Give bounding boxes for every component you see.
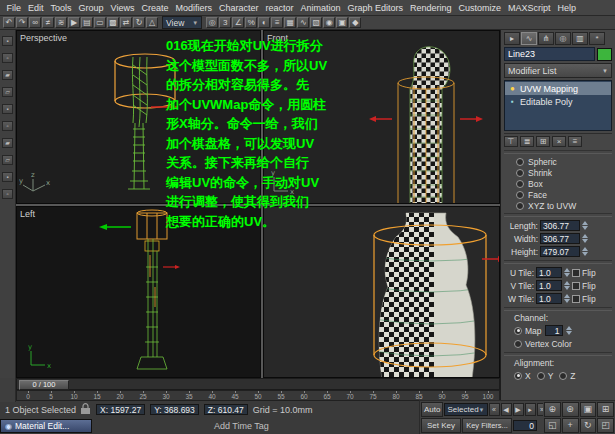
side-tool-icon[interactable]: ▱ [2, 155, 13, 165]
spinner-control[interactable] [582, 221, 588, 230]
side-tool-icon[interactable]: ▪ [2, 172, 13, 182]
pan-icon[interactable]: + [562, 418, 579, 433]
pin-stack-icon[interactable]: ⊤ [504, 136, 518, 147]
zoom-extents-all-icon[interactable]: ⊞ [597, 402, 614, 417]
zoom-extents-icon[interactable]: ▣ [580, 402, 597, 417]
modifier-bulb-icon[interactable]: ● [508, 84, 517, 93]
spinner-control[interactable] [564, 281, 570, 290]
arc-rotate-icon[interactable]: ↻ [580, 418, 597, 433]
viewport-label-perspective[interactable]: Perspective [20, 33, 67, 43]
side-tool-icon[interactable]: ▰ [2, 138, 13, 148]
make-unique-icon[interactable]: ⊞ [536, 136, 550, 147]
zoom-all-icon[interactable]: ⊛ [562, 402, 579, 417]
modify-tab[interactable]: ∿ [521, 32, 537, 45]
zoom-icon[interactable]: ⊕ [544, 402, 561, 417]
remove-modifier-icon[interactable]: × [552, 136, 566, 147]
side-tool-icon[interactable]: ▫ [2, 53, 13, 63]
align-icon[interactable]: ≡ [271, 17, 283, 28]
coordinate-z-field[interactable]: Z: 610.47 [204, 404, 248, 415]
key-mode-dropdown[interactable]: Selected ▼ [444, 403, 487, 416]
spinner-control[interactable] [564, 268, 570, 277]
modifier-stack-item[interactable]: ▪Editable Poly [505, 95, 611, 108]
flip-checkbox[interactable] [572, 295, 580, 303]
viewport-left[interactable]: Left [16, 206, 261, 378]
menu-animation[interactable]: Animation [297, 3, 344, 13]
map-channel-value[interactable]: 1 [545, 325, 563, 336]
side-tool-icon[interactable]: ▫ [2, 189, 13, 199]
select-and-scale-icon[interactable]: △ [146, 17, 158, 28]
radio-button[interactable] [516, 202, 524, 210]
menu-views[interactable]: Views [107, 3, 138, 13]
radio-button[interactable] [514, 372, 522, 380]
show-end-result-icon[interactable]: ≣ [520, 136, 534, 147]
flip-checkbox[interactable] [572, 269, 580, 277]
alignment-option[interactable]: Y [537, 371, 554, 381]
previous-frame-button[interactable]: ◀ [501, 403, 512, 416]
mapping-option[interactable]: XYZ to UVW [504, 200, 612, 211]
menu-tools[interactable]: Tools [47, 3, 75, 13]
redo-icon[interactable]: ↷ [16, 17, 28, 28]
angle-snap-icon[interactable]: ∠ [232, 17, 244, 28]
bind-to-space-warp-icon[interactable]: ≋ [55, 17, 67, 28]
play-button[interactable]: ▶ [513, 403, 524, 416]
side-tool-icon[interactable]: ▪ [2, 104, 13, 114]
map-channel-radio[interactable] [514, 327, 522, 335]
hierarchy-tab[interactable]: ⋔ [538, 32, 554, 45]
mapping-option[interactable]: Box [504, 178, 612, 189]
spinner-control[interactable] [582, 234, 588, 243]
modifier-list-dropdown[interactable]: Modifier List ▼ [504, 63, 612, 78]
display-tab[interactable]: ▥ [572, 32, 588, 45]
snap-3d-icon[interactable]: 3 [219, 17, 231, 28]
menu-reactor[interactable]: reactor [262, 3, 297, 13]
unlink-selection-icon[interactable]: ≠ [42, 17, 54, 28]
menu-create[interactable]: Create [138, 3, 172, 13]
reference-coordinate-dropdown[interactable]: View ▼ [162, 16, 202, 29]
render-setup-icon[interactable]: ▣ [336, 17, 348, 28]
side-tool-icon[interactable]: ▫ [2, 121, 13, 131]
tile-value-field[interactable]: 1.0 [536, 267, 562, 278]
dimension-value-field[interactable]: 479.07 [540, 246, 580, 257]
rectangular-selection-icon[interactable]: ▭ [94, 17, 106, 28]
editable-poly-icon[interactable]: ▪ [508, 97, 517, 106]
add-time-tag[interactable]: Add Time Tag [214, 421, 269, 431]
current-frame-field[interactable]: 0 [513, 420, 537, 431]
render-icon[interactable]: ◆ [349, 17, 361, 28]
menu-help[interactable]: Help [554, 3, 580, 13]
utilities-tab[interactable]: * [589, 32, 605, 45]
menu-rendering[interactable]: Rendering [407, 3, 456, 13]
viewport-user[interactable] [263, 206, 500, 378]
radio-button[interactable] [516, 158, 524, 166]
side-tool-icon[interactable]: ▱ [2, 87, 13, 97]
select-object-icon[interactable]: ▶ [68, 17, 80, 28]
maximize-viewport-icon[interactable]: ◰ [597, 418, 614, 433]
mapping-option[interactable]: Spheric [504, 156, 612, 167]
spinner-control[interactable] [564, 294, 570, 303]
coordinate-x-field[interactable]: X: 1597.27 [96, 404, 145, 415]
menu-edit[interactable]: Edit [25, 3, 48, 13]
configure-modifier-sets-icon[interactable]: ≡ [568, 136, 582, 147]
time-slider-handle[interactable]: 0 / 100 [19, 380, 69, 390]
select-and-rotate-icon[interactable]: ↻ [133, 17, 145, 28]
viewport-perspective[interactable]: Perspective [16, 30, 261, 204]
menu-group[interactable]: Group [75, 3, 107, 13]
mapping-option[interactable]: Face [504, 189, 612, 200]
material-editor-icon[interactable]: ◉ [323, 17, 335, 28]
tile-value-field[interactable]: 1.0 [536, 280, 562, 291]
spinner-control[interactable] [582, 247, 588, 256]
go-to-start-button[interactable]: « [489, 403, 500, 416]
radio-button[interactable] [537, 372, 545, 380]
alignment-option[interactable]: X [514, 371, 531, 381]
side-tool-icon[interactable]: ▪ [2, 36, 13, 46]
side-tool-icon[interactable]: ▰ [2, 70, 13, 80]
auto-key-button[interactable]: Auto Key [421, 402, 443, 417]
select-by-name-icon[interactable]: ▤ [81, 17, 93, 28]
menu-maxscript[interactable]: MAXScript [505, 3, 555, 13]
menu-graph-editors[interactable]: Graph Editors [344, 3, 407, 13]
layer-manager-icon[interactable]: ▦ [284, 17, 296, 28]
percent-snap-icon[interactable]: % [245, 17, 257, 28]
material-editor-window[interactable]: ◉ Material Edit... [0, 419, 92, 433]
spinner-control[interactable] [566, 326, 572, 335]
menu-modifiers[interactable]: Modifiers [172, 3, 216, 13]
schematic-view-icon[interactable]: ▧ [310, 17, 322, 28]
motion-tab[interactable]: ◎ [555, 32, 571, 45]
